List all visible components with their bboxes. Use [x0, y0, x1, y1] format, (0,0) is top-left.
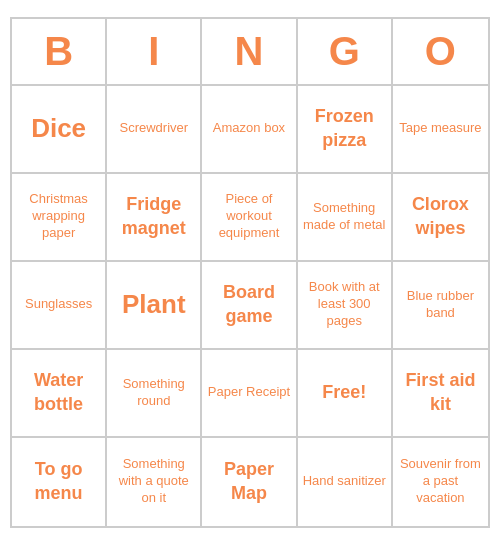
- bingo-cell-15: Water bottle: [12, 350, 107, 438]
- bingo-cell-24: Souvenir from a past vacation: [393, 438, 488, 526]
- cell-text-6: Fridge magnet: [111, 193, 196, 240]
- cell-text-9: Clorox wipes: [397, 193, 484, 240]
- cell-text-23: Hand sanitizer: [303, 473, 386, 490]
- bingo-cell-10: Sunglasses: [12, 262, 107, 350]
- cell-text-19: First aid kit: [397, 369, 484, 416]
- bingo-letter-b: B: [12, 19, 107, 84]
- cell-text-17: Paper Receipt: [208, 384, 290, 401]
- bingo-cell-18: Free!: [298, 350, 393, 438]
- bingo-header: BINGO: [12, 19, 488, 86]
- cell-text-5: Christmas wrapping paper: [16, 191, 101, 242]
- bingo-cell-21: Something with a quote on it: [107, 438, 202, 526]
- bingo-cell-13: Book with at least 300 pages: [298, 262, 393, 350]
- bingo-cell-16: Something round: [107, 350, 202, 438]
- bingo-cell-4: Tape measure: [393, 86, 488, 174]
- cell-text-10: Sunglasses: [25, 296, 92, 313]
- cell-text-7: Piece of workout equipment: [206, 191, 291, 242]
- cell-text-15: Water bottle: [16, 369, 101, 416]
- cell-text-16: Something round: [111, 376, 196, 410]
- bingo-letter-n: N: [202, 19, 297, 84]
- bingo-cell-0: Dice: [12, 86, 107, 174]
- bingo-cell-22: Paper Map: [202, 438, 297, 526]
- cell-text-13: Book with at least 300 pages: [302, 279, 387, 330]
- bingo-letter-i: I: [107, 19, 202, 84]
- bingo-cell-19: First aid kit: [393, 350, 488, 438]
- bingo-letter-g: G: [298, 19, 393, 84]
- cell-text-8: Something made of metal: [302, 200, 387, 234]
- bingo-cell-11: Plant: [107, 262, 202, 350]
- bingo-cell-23: Hand sanitizer: [298, 438, 393, 526]
- bingo-grid: DiceScrewdriverAmazon boxFrozen pizzaTap…: [12, 86, 488, 526]
- cell-text-18: Free!: [322, 381, 366, 404]
- bingo-card: BINGO DiceScrewdriverAmazon boxFrozen pi…: [10, 17, 490, 528]
- cell-text-22: Paper Map: [206, 458, 291, 505]
- bingo-cell-9: Clorox wipes: [393, 174, 488, 262]
- cell-text-2: Amazon box: [213, 120, 285, 137]
- bingo-cell-7: Piece of workout equipment: [202, 174, 297, 262]
- cell-text-14: Blue rubber band: [397, 288, 484, 322]
- bingo-cell-8: Something made of metal: [298, 174, 393, 262]
- cell-text-11: Plant: [122, 288, 186, 322]
- bingo-cell-14: Blue rubber band: [393, 262, 488, 350]
- bingo-cell-6: Fridge magnet: [107, 174, 202, 262]
- cell-text-21: Something with a quote on it: [111, 456, 196, 507]
- cell-text-0: Dice: [31, 112, 86, 146]
- bingo-cell-12: Board game: [202, 262, 297, 350]
- bingo-cell-1: Screwdriver: [107, 86, 202, 174]
- cell-text-24: Souvenir from a past vacation: [397, 456, 484, 507]
- cell-text-3: Frozen pizza: [302, 105, 387, 152]
- cell-text-20: To go menu: [16, 458, 101, 505]
- bingo-cell-3: Frozen pizza: [298, 86, 393, 174]
- bingo-cell-17: Paper Receipt: [202, 350, 297, 438]
- cell-text-4: Tape measure: [399, 120, 481, 137]
- cell-text-12: Board game: [206, 281, 291, 328]
- bingo-cell-20: To go menu: [12, 438, 107, 526]
- cell-text-1: Screwdriver: [119, 120, 188, 137]
- bingo-letter-o: O: [393, 19, 488, 84]
- bingo-cell-5: Christmas wrapping paper: [12, 174, 107, 262]
- bingo-cell-2: Amazon box: [202, 86, 297, 174]
